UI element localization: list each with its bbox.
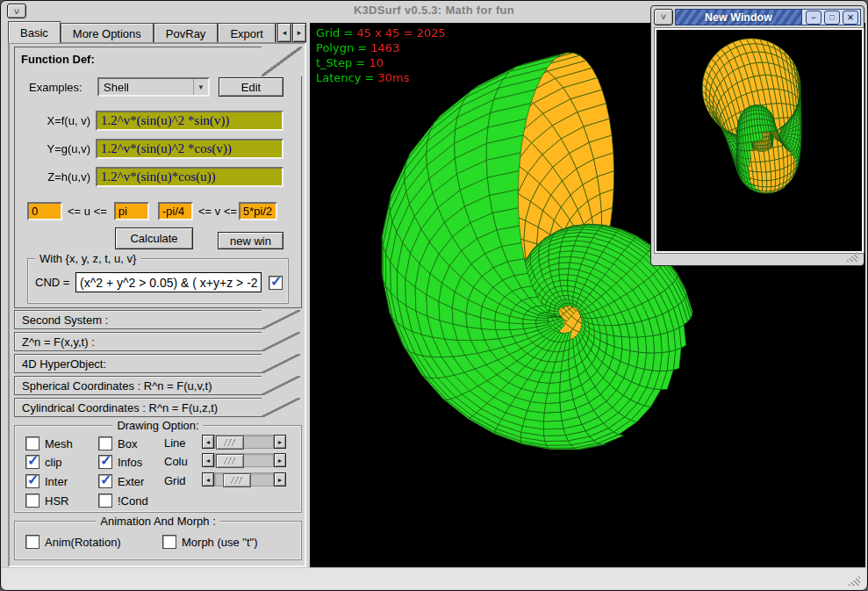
- section-label: Z^n = F(x,y,t) :: [22, 335, 95, 349]
- checkbox-label: Morph (use "t"): [182, 536, 258, 549]
- section-4d-hyperobject[interactable]: 4D HyperObject:: [14, 354, 300, 373]
- stat-label: t_Step: [316, 56, 352, 69]
- chevron-down-icon: ˅: [661, 12, 666, 22]
- checkbox-mesh[interactable]: Mesh: [25, 436, 73, 450]
- checkbox-cond[interactable]: !Cond: [98, 494, 148, 508]
- drawing-options-legend: Drawing Option:: [112, 419, 203, 432]
- slider-colu[interactable]: ◂▸: [202, 453, 286, 467]
- new-win-button[interactable]: new win: [218, 232, 283, 249]
- u-min-input[interactable]: [27, 202, 62, 220]
- function-def-title: Function Def:: [21, 53, 95, 66]
- slider-right-button[interactable]: ▸: [274, 472, 286, 486]
- section-label: 4D HyperObject:: [22, 357, 106, 371]
- tab-scroll-left-button[interactable]: ◂: [277, 23, 291, 42]
- new-window: ˅ New Window − □ ✕: [650, 5, 864, 266]
- stat-label: Latency: [316, 71, 361, 84]
- formula-input-x[interactable]: [96, 111, 283, 131]
- checkbox-clip[interactable]: ✓clip: [25, 455, 62, 469]
- checkbox-label: !Cond: [118, 494, 148, 508]
- section-cylindrical-coordinates-r-n-f-u-z-t[interactable]: Cylindrical Coordinates : R^n = F(u,z,t): [14, 398, 300, 417]
- new-window-viewport[interactable]: [655, 28, 864, 253]
- u-max-input[interactable]: [114, 202, 149, 220]
- calculate-button[interactable]: Calculate: [115, 227, 193, 249]
- v-min-input[interactable]: [158, 202, 193, 220]
- slider-line[interactable]: ◂▸: [202, 435, 286, 449]
- slider-left-button[interactable]: ◂: [202, 435, 214, 449]
- formula-input-y[interactable]: [96, 139, 283, 159]
- arrow-right-icon: ▸: [298, 28, 302, 37]
- checkbox-label: HSR: [45, 494, 68, 508]
- tab-label: More Options: [73, 27, 141, 40]
- stat-line: Grid = 45 x 45 = 2025: [316, 25, 446, 40]
- minimize-icon: −: [811, 13, 815, 22]
- examples-select[interactable]: Shell ▼: [97, 77, 210, 97]
- cnd-input[interactable]: [75, 272, 262, 292]
- slider-track[interactable]: [214, 453, 274, 467]
- maximize-button[interactable]: □: [824, 11, 840, 25]
- arrow-right-icon: ▸: [278, 476, 282, 484]
- examples-select-value: Shell: [99, 81, 193, 94]
- minimize-button[interactable]: −: [806, 11, 821, 25]
- tab-label: Export: [230, 27, 263, 40]
- slider-thumb[interactable]: [223, 473, 251, 487]
- check-icon: ✓: [27, 472, 39, 488]
- tab-export[interactable]: Export: [218, 23, 276, 43]
- check-icon: ✓: [27, 452, 39, 469]
- stat-label: Grid: [316, 26, 340, 40]
- slider-grid[interactable]: ◂▸: [202, 472, 286, 486]
- new-window-titlebar[interactable]: ˅ New Window − □ ✕: [654, 9, 861, 25]
- arrow-left-icon: ◂: [206, 476, 210, 484]
- stat-value: 45 x 45 = 2025: [356, 26, 445, 40]
- tab-scroll-right-button[interactable]: ▸: [292, 23, 306, 42]
- stat-label: Polygn: [316, 41, 354, 54]
- animation-group: Animation And Morph : Anim(Rotation)Morp…: [14, 521, 302, 560]
- slider-left-button[interactable]: ◂: [202, 472, 214, 486]
- section-label: Spherical Coordinates : R^n = F(u,v,t): [22, 379, 212, 393]
- chevron-down-icon: ˅: [14, 6, 19, 17]
- stat-value: 30ms: [378, 71, 410, 84]
- checkbox-label: clip: [45, 456, 62, 469]
- tab-basic[interactable]: Basic: [8, 21, 61, 43]
- new-window-render-canvas[interactable]: [656, 30, 862, 251]
- checkbox-infos[interactable]: ✓Infos: [98, 455, 142, 469]
- new-window-title: New Window: [701, 11, 776, 24]
- checkbox-anim-rotation[interactable]: Anim(Rotation): [25, 535, 121, 549]
- slider-right-button[interactable]: ▸: [274, 435, 286, 449]
- formula-label-z: Z=h(u,v): [27, 170, 90, 184]
- slider-track[interactable]: [214, 435, 274, 449]
- examples-label: Examples:: [29, 81, 82, 94]
- slider-thumb[interactable]: [216, 436, 244, 450]
- section-second-system[interactable]: Second System :: [14, 310, 300, 329]
- tab-more-options[interactable]: More Options: [61, 23, 154, 43]
- slider-thumb[interactable]: [216, 454, 244, 468]
- stat-value: 10: [369, 56, 384, 69]
- animation-legend: Animation And Morph :: [96, 515, 220, 528]
- checkbox-box[interactable]: Box: [98, 436, 137, 450]
- v-max-input[interactable]: [239, 202, 277, 220]
- section-z-n-f-x-y-t[interactable]: Z^n = F(x,y,t) :: [14, 332, 300, 351]
- cnd-label: CND =: [35, 276, 69, 289]
- stat-equals: =: [361, 71, 377, 84]
- slider-left-button[interactable]: ◂: [202, 453, 214, 467]
- checkbox-label: Box: [118, 437, 137, 450]
- accordion-sections: Second System :Z^n = F(x,y,t) :4D HyperO…: [14, 310, 300, 420]
- window-shade-button[interactable]: ˅: [7, 4, 26, 18]
- slider-track[interactable]: [214, 472, 274, 486]
- slider-label-grid: Grid: [164, 474, 186, 487]
- chevron-down-icon[interactable]: ▼: [193, 79, 208, 95]
- with-group: With {x, y, z, t, u, v} CND = ✓: [27, 258, 289, 304]
- checkbox-exter[interactable]: ✓Exter: [98, 474, 144, 488]
- section-spherical-coordinates-r-n-f-u-v-t[interactable]: Spherical Coordinates : R^n = F(u,v,t): [14, 376, 300, 395]
- checkbox-morph-use-t[interactable]: Morph (use "t"): [162, 535, 258, 549]
- checkbox-hsr[interactable]: HSR: [25, 494, 68, 508]
- formula-input-z[interactable]: [96, 167, 283, 187]
- edit-button[interactable]: Edit: [219, 77, 283, 97]
- tab-povray[interactable]: PovRay: [154, 23, 219, 43]
- slider-right-button[interactable]: ▸: [274, 453, 286, 467]
- stat-equals: =: [340, 26, 356, 40]
- new-window-shade-button[interactable]: ˅: [654, 9, 673, 25]
- with-group-legend: With {x, y, z, t, u, v}: [35, 252, 140, 265]
- checkbox-inter[interactable]: ✓Inter: [25, 474, 68, 488]
- cnd-checkbox[interactable]: ✓: [269, 276, 283, 290]
- close-button[interactable]: ✕: [843, 11, 858, 25]
